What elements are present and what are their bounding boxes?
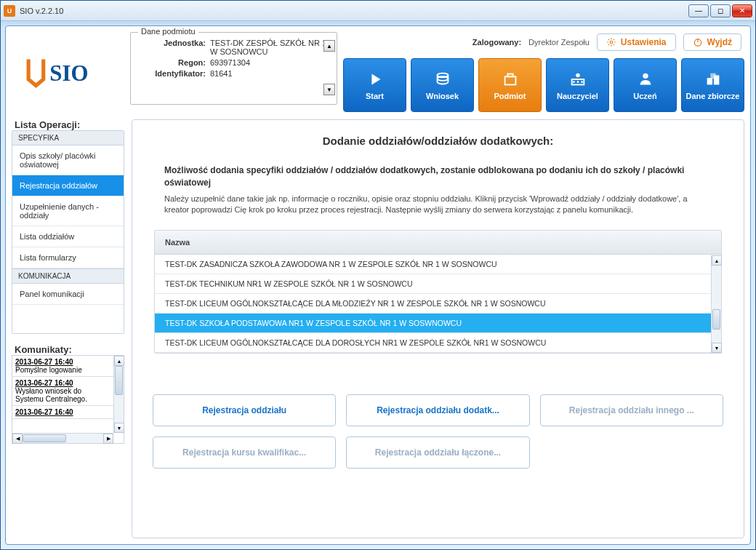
action-button[interactable]: Rejestracja oddziału: [153, 394, 336, 426]
operations-title: Lista Operacji:: [12, 119, 124, 130]
svg-text:SIO: SIO: [49, 61, 88, 86]
table-row[interactable]: TEST-DK SZKOŁA PODSTAWOWA NR1 W ZESPOLE …: [155, 314, 721, 333]
table-body: TEST-DK ZASADNICZA SZKOŁA ZAWODOWA NR 1 …: [155, 255, 721, 353]
scroll-down-icon[interactable]: ▼: [712, 343, 722, 353]
maximize-button[interactable]: ◻: [710, 4, 731, 17]
table-header-name: Nazwa: [155, 231, 721, 255]
nav-tile-danezbiorcze[interactable]: Dane zbiorcze: [681, 58, 744, 112]
op-item[interactable]: Uzupełnienie danych - oddziały: [12, 196, 124, 226]
message-item: 2013-06-27 16:40Wysłano wniosek do Syste…: [12, 377, 113, 406]
message-text: Pomyślne logowanie: [15, 366, 82, 374]
entity-down-button[interactable]: ▼: [323, 84, 335, 95]
nav-tile-nauczyciel[interactable]: Nauczyciel: [546, 58, 609, 112]
power-icon: [693, 37, 703, 47]
podmiot-icon: [501, 70, 520, 89]
messages-hscrollbar[interactable]: ◀ ▶: [12, 433, 113, 443]
table-row[interactable]: TEST-DK TECHNIKUM NR1 W ZESPOLE SZKÓŁ NR…: [155, 274, 721, 294]
nav-tile-podmiot[interactable]: Podmiot: [478, 58, 542, 112]
entity-unit-value: TEST-DK ZESPÓŁ SZKÓŁ NR 1 W SOSNOWCU: [210, 39, 331, 56]
settings-button[interactable]: Ustawienia: [597, 33, 676, 51]
svg-rect-7: [504, 76, 515, 84]
entity-unit-label: Jednostka:: [137, 39, 206, 56]
table-row[interactable]: TEST-DK ZASADNICZA SZKOŁA ZAWODOWA NR 1 …: [155, 255, 721, 274]
uczen-icon: [636, 70, 655, 89]
entity-id-label: Identyfikator:: [137, 69, 206, 78]
message-text: Wysłano wniosek do Systemu Centralnego.: [15, 387, 87, 403]
nav-tile-uczen[interactable]: Uczeń: [614, 58, 677, 112]
window-title: SIO v.2.2.10: [20, 7, 688, 15]
logout-button[interactable]: Wyjdź: [683, 33, 741, 51]
nav-tile-start[interactable]: Start: [343, 58, 406, 112]
header-section: SIO Dane podmiotu Jednostka: TEST-DK ZES…: [12, 32, 744, 112]
minimize-button[interactable]: —: [688, 4, 709, 17]
nav-label: Nauczyciel: [557, 92, 598, 100]
danezbiorcze-icon: [704, 70, 723, 89]
op-item[interactable]: Opis szkoły/ placówki oświatowej: [12, 146, 124, 175]
window-controls: — ◻ ✕: [688, 4, 752, 17]
nav-label: Uczeń: [633, 92, 656, 100]
user-row: Zalogowany: Dyrektor Zespołu Ustawienia …: [343, 32, 744, 52]
main-panel: Dodanie oddziałów/oddziałów dodatkowych:…: [132, 119, 744, 538]
entity-regon-label: Regon:: [137, 58, 206, 67]
table-row[interactable]: TEST-DK LICEUM OGÓLNOKSZTAŁCĄCE DLA MŁOD…: [155, 294, 721, 314]
scroll-up-icon[interactable]: ▲: [712, 255, 722, 266]
schools-table: Nazwa TEST-DK ZASADNICZA SZKOŁA ZAWODOWA…: [154, 230, 722, 354]
nav-label: Wniosek: [426, 92, 459, 100]
action-button: Rejestracja oddziału innego ...: [540, 394, 723, 426]
app-window: U SIO v.2.2.10 — ◻ ✕ SIO Dane podmiotu J…: [0, 0, 756, 550]
scroll-down-icon[interactable]: ▼: [114, 423, 124, 433]
op-item[interactable]: Panel komunikacji: [12, 284, 124, 305]
entity-legend: Dane podmiotu: [138, 27, 198, 36]
svg-point-13: [581, 81, 583, 83]
logged-in-user: Dyrektor Zespołu: [528, 38, 590, 47]
table-vscrollbar[interactable]: ▲ ▼: [711, 255, 721, 353]
entity-regon-value: 693971304: [210, 58, 331, 67]
nav-label: Start: [366, 92, 384, 100]
action-button: Rejestracja kursu kwalifikac...: [153, 437, 336, 469]
table-row[interactable]: TEST-DK LICEUM OGÓLNOKSZTAŁCĄCE DLA DORO…: [155, 333, 721, 353]
app-frame: SIO Dane podmiotu Jednostka: TEST-DK ZES…: [5, 25, 751, 545]
intro-body: Należy uzupełnić dane takie jak np. info…: [164, 194, 712, 216]
wniosek-icon: [433, 70, 452, 89]
logged-in-label: Zalogowany:: [472, 38, 521, 47]
scroll-up-icon[interactable]: ▲: [114, 356, 124, 366]
message-timestamp: 2013-06-27 16:40: [15, 408, 73, 416]
svg-point-1: [610, 41, 613, 44]
message-item: 2013-06-27 16:40: [12, 406, 113, 419]
entity-id-value: 81641: [210, 69, 331, 78]
svg-rect-8: [507, 74, 512, 77]
close-button[interactable]: ✕: [732, 4, 752, 17]
gear-icon: [606, 37, 616, 47]
nav-tile-wniosek[interactable]: Wniosek: [411, 58, 474, 112]
nauczyciel-icon: [568, 70, 587, 89]
body-section: Lista Operacji: SPECYFIKAOpis szkoły/ pl…: [12, 119, 744, 538]
op-item[interactable]: Lista oddziałów: [12, 226, 124, 247]
svg-point-6: [437, 76, 448, 81]
svg-marker-4: [371, 74, 380, 85]
entity-panel: Dane podmiotu Jednostka: TEST-DK ZESPÓŁ …: [130, 32, 337, 112]
op-section-header: KOMUNIKACJA: [12, 268, 124, 284]
nav-label: Podmiot: [494, 92, 526, 100]
page-title: Dodanie oddziałów/oddziałów dodatkowych:: [147, 130, 729, 164]
scroll-right-icon[interactable]: ▶: [103, 434, 113, 444]
app-icon: U: [4, 5, 15, 17]
messages-vscrollbar[interactable]: ▲ ▼: [113, 356, 124, 433]
nav-label: Dane zbiorcze: [686, 92, 740, 100]
message-timestamp: 2013-06-27 16:40: [15, 379, 73, 387]
op-item[interactable]: Rejestracja oddziałów: [12, 175, 124, 196]
settings-label: Ustawienia: [621, 37, 667, 47]
left-column: Lista Operacji: SPECYFIKAOpis szkoły/ pl…: [12, 119, 124, 538]
action-button[interactable]: Rejestracja oddziału dodatk...: [346, 394, 529, 426]
start-icon: [366, 70, 385, 89]
logout-label: Wyjdź: [707, 37, 732, 47]
titlebar: U SIO v.2.2.10 — ◻ ✕: [1, 1, 755, 21]
scroll-left-icon[interactable]: ◀: [12, 434, 23, 444]
op-item[interactable]: Lista formularzy: [12, 247, 124, 268]
svg-rect-15: [707, 78, 712, 84]
message-item: 2013-06-27 16:40Pomyślne logowanie: [12, 356, 113, 377]
op-section-header: SPECYFIKA: [12, 131, 124, 146]
intro-heading: Możliwość dodania specyfiki oddziałów / …: [164, 164, 712, 189]
intro-block: Możliwość dodania specyfiki oddziałów / …: [147, 164, 729, 215]
svg-point-9: [576, 73, 580, 78]
entity-up-button[interactable]: ▲: [323, 40, 335, 52]
